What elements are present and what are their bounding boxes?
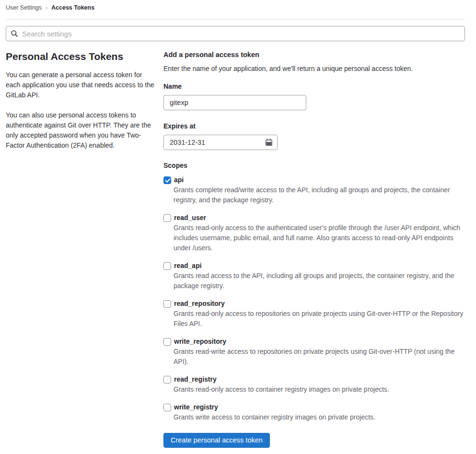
scope-label: read_user (174, 213, 206, 223)
breadcrumb-access-tokens: Access Tokens (51, 4, 94, 12)
scope-description: Grants write access to container registr… (174, 412, 464, 422)
scope-item: write_registry Grants write access to co… (163, 402, 465, 422)
scope-header: read_registry (163, 374, 465, 384)
scope-header: read_repository (163, 299, 465, 309)
scope-description: Grants complete read/write access to the… (174, 185, 464, 205)
intro-paragraph-1: You can generate a personal access token… (6, 70, 154, 100)
scopes-list: api Grants complete read/write access to… (163, 175, 465, 422)
search-input[interactable] (6, 26, 465, 41)
content-columns: Personal Access Tokens You can generate … (6, 50, 465, 454)
scope-label: read_repository (174, 299, 225, 309)
scope-header: api (163, 175, 465, 185)
scope-description: Grants read access to the API, including… (174, 271, 464, 291)
token-form: Add a personal access token Enter the na… (163, 50, 465, 454)
name-label: Name (163, 81, 465, 91)
settings-page: User Settings › Access Tokens Personal A… (0, 0, 476, 454)
scope-item: read_registry Grants read-only access to… (163, 374, 465, 395)
expires-input[interactable] (163, 135, 278, 150)
form-description: Enter the name of your application, and … (163, 64, 465, 73)
breadcrumb: User Settings › Access Tokens (6, 0, 465, 20)
scope-checkbox[interactable] (163, 376, 171, 384)
scope-item: write_repository Grants read-write acces… (163, 337, 465, 367)
scope-header: read_api (163, 261, 465, 271)
name-input[interactable] (163, 95, 306, 110)
search-bar (6, 26, 465, 41)
search-icon (11, 30, 18, 37)
scope-description: Grants read-only access to repositories … (174, 309, 464, 329)
scope-header: write_registry (163, 402, 465, 412)
scope-checkbox[interactable] (163, 176, 171, 184)
breadcrumb-user-settings[interactable]: User Settings (6, 4, 42, 12)
scope-checkbox[interactable] (163, 262, 171, 270)
calendar-icon[interactable] (265, 139, 273, 146)
page-title: Personal Access Tokens (6, 50, 154, 63)
chevron-right-icon: › (46, 4, 47, 12)
scopes-label: Scopes (163, 161, 465, 170)
scope-item: read_repository Grants read-only access … (163, 299, 465, 329)
scope-description: Grants read-only access to the authentic… (174, 223, 464, 253)
scope-label: api (174, 175, 184, 185)
section-description: Personal Access Tokens You can generate … (6, 50, 154, 454)
scope-item: api Grants complete read/write access to… (163, 175, 465, 205)
scope-label: read_registry (174, 374, 217, 384)
scope-label: write_registry (174, 402, 218, 412)
intro-paragraph-2: You can also use personal access tokens … (6, 110, 154, 151)
scope-label: write_repository (174, 337, 226, 347)
scope-checkbox[interactable] (163, 214, 171, 222)
expires-label: Expires at (163, 121, 465, 131)
form-heading: Add a personal access token (163, 50, 465, 59)
create-token-button[interactable]: Create personal access token (163, 433, 270, 448)
scope-checkbox[interactable] (163, 338, 171, 346)
scope-label: read_api (174, 261, 202, 271)
scope-item: read_user Grants read-only access to the… (163, 213, 465, 253)
scope-checkbox[interactable] (163, 300, 171, 308)
scope-header: write_repository (163, 337, 465, 347)
scope-description: Grants read-write access to repositories… (174, 347, 464, 367)
scope-item: read_api Grants read access to the API, … (163, 261, 465, 291)
scope-header: read_user (163, 213, 465, 223)
scope-description: Grants read-only access to container reg… (174, 384, 464, 395)
expires-field (163, 135, 278, 150)
scope-checkbox[interactable] (163, 404, 171, 411)
